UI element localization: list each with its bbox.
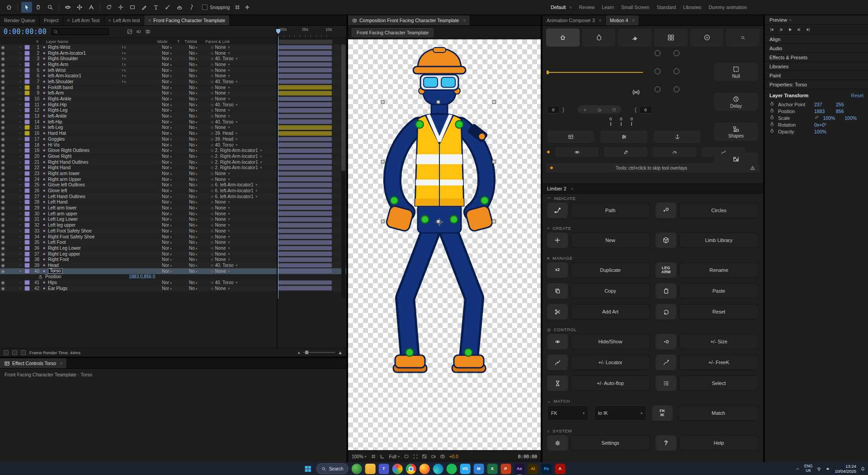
layer-twirl-icon[interactable]: ›: [18, 86, 23, 90]
anchor-dot[interactable]: [655, 50, 660, 56]
layer-parent-select[interactable]: ◎40. Torso▾: [210, 102, 268, 107]
layer-label-chip[interactable]: [24, 280, 30, 285]
property-value[interactable]: 1883.0,856.0: [129, 274, 155, 279]
layer-visibility-eye-icon[interactable]: ◉: [0, 228, 6, 233]
toggle-expand-icon[interactable]: [4, 350, 9, 355]
motion-tool-curve-icon[interactable]: [702, 147, 745, 157]
motion-dial[interactable]: 0: [620, 116, 622, 126]
layer-visibility-eye-icon[interactable]: ◉: [0, 217, 6, 222]
layer-parent-select[interactable]: ◎None▾: [210, 45, 268, 50]
layer-mode-select[interactable]: Nor▾: [162, 79, 182, 84]
workspace-standard[interactable]: Standard: [656, 5, 676, 10]
layer-mode-select[interactable]: Nor▾: [162, 182, 182, 187]
motion-tile-delay[interactable]: Delay: [714, 93, 758, 111]
joint-controller-dot[interactable]: [391, 197, 398, 204]
rename-button[interactable]: Rename: [679, 262, 759, 278]
layer-visibility-eye-icon[interactable]: ◉: [0, 252, 6, 256]
add-art-button[interactable]: Add Art: [571, 304, 650, 319]
layer-name[interactable]: Right Leg upper: [47, 252, 119, 256]
layer-twirl-icon[interactable]: ▾: [18, 269, 23, 273]
layer-label-chip[interactable]: [24, 85, 30, 90]
timeline-layer-row[interactable]: ◉›25★Glove left OutlinesNor▾No▾◎6. left-…: [0, 182, 346, 188]
plus-icon[interactable]: [547, 233, 568, 248]
layer-parent-select[interactable]: ◎None▾: [210, 96, 268, 101]
layer-parent-select[interactable]: ◎40. Torso▾: [210, 56, 268, 61]
layer-mode-select[interactable]: Nor▾: [162, 96, 182, 101]
layer-duration-bar[interactable]: [278, 91, 332, 95]
resolution-select[interactable]: Full▾: [389, 454, 400, 459]
layer-duration-bar[interactable]: [278, 131, 332, 136]
locator-icon[interactable]: [547, 355, 568, 370]
layer-label-chip[interactable]: [24, 62, 30, 67]
layer-label-chip[interactable]: [24, 211, 30, 216]
layer-mode-select[interactable]: Nor▾: [162, 194, 182, 199]
anchor-dot[interactable]: [674, 86, 679, 92]
timeline-tab[interactable]: ×Front Facing Character Teamplate: [144, 15, 230, 25]
layer-label-chip[interactable]: [24, 73, 30, 78]
match-button[interactable]: Match: [678, 405, 759, 421]
layer-name[interactable]: left-Shoulder: [47, 79, 119, 84]
layer-label-chip[interactable]: [24, 45, 30, 50]
timeline-layer-row[interactable]: ◉›31★Left Leg LowerNor▾No▾◎None▾: [0, 217, 346, 223]
timeline-layer-row[interactable]: ◉›13★left-AnkleNor▾No▾◎None▾: [0, 113, 346, 119]
layer-twirl-icon[interactable]: ›: [18, 143, 23, 147]
transform-value[interactable]: 0x+0°: [814, 122, 833, 128]
layer-parent-select[interactable]: ◎2. Right-Arm-locator1▾: [210, 154, 268, 159]
layer-twirl-icon[interactable]: ›: [18, 114, 23, 118]
illustrator-icon[interactable]: Ai: [528, 464, 538, 474]
time-ruler[interactable]: :00s05s10s: [278, 26, 332, 38]
timeline-layer-row[interactable]: ◉›15★left-LegNor▾No▾◎None▾: [0, 125, 346, 131]
layer-visibility-eye-icon[interactable]: ◉: [0, 73, 6, 78]
layer-trkmat-select[interactable]: No▾: [189, 182, 210, 187]
reset-button[interactable]: Reset: [679, 304, 759, 319]
pen-tool-button[interactable]: [139, 2, 150, 13]
close-tab-icon[interactable]: ×: [108, 18, 111, 23]
layer-label-chip[interactable]: [24, 114, 30, 119]
timeline-layer-row[interactable]: ◉›28★Left HandNor▾No▾◎None▾: [0, 200, 346, 205]
reset-icon[interactable]: [656, 304, 676, 319]
notification-bell-icon[interactable]: [860, 466, 865, 471]
layer-parent-select[interactable]: ◎40. Torso▾: [210, 280, 268, 285]
timeline-layer-row[interactable]: ◉›30★Left arm upperNor▾No▾◎None▾: [0, 211, 346, 217]
freek-icon[interactable]: [656, 355, 676, 370]
layer-name[interactable]: left-Hip: [47, 119, 119, 124]
layer-name[interactable]: Left Hand: [47, 200, 119, 204]
layer-twirl-icon[interactable]: ›: [18, 240, 23, 244]
timeline-scrollbar[interactable]: [341, 44, 345, 171]
zoom-out-mountain-icon[interactable]: ▲: [297, 351, 301, 355]
layer-label-chip[interactable]: [24, 119, 30, 124]
motion-tool-sliders-icon[interactable]: [600, 131, 647, 143]
anchor-dot[interactable]: [674, 68, 679, 74]
joint-controller-dot[interactable]: [416, 121, 424, 128]
timeline-layer-row[interactable]: ◉›17★GogglesNor▾No▾◎39. Head▾: [0, 136, 346, 142]
motion-nav-home-icon[interactable]: [546, 28, 580, 47]
layer-switches[interactable]: fx: [119, 80, 162, 84]
layer-label-chip[interactable]: [24, 68, 30, 73]
panel-header-properties[interactable]: Properties: Torso: [765, 80, 868, 89]
clone-stamp-tool-button[interactable]: [174, 2, 185, 13]
layer-label-chip[interactable]: [24, 257, 30, 262]
layer-parent-select[interactable]: ◎6. left-Arm-locator1▾: [210, 188, 268, 193]
layer-twirl-icon[interactable]: ›: [18, 160, 23, 164]
timeline-tab[interactable]: ×Left Arm Test: [63, 15, 104, 25]
layer-label-chip[interactable]: [24, 79, 30, 84]
layer-label-chip[interactable]: [24, 131, 30, 136]
layer-trkmat-select[interactable]: No▾: [189, 154, 210, 159]
layer-mode-select[interactable]: Nor▾: [162, 246, 182, 251]
layer-trkmat-select[interactable]: No▾: [189, 108, 210, 113]
motion-tab[interactable]: Animation Composer 3≡: [542, 15, 606, 25]
timeline-layer-row[interactable]: ◉›3★Right-ShoulderfxNor▾No▾◎40. Torso▾: [0, 56, 346, 62]
layer-trkmat-select[interactable]: No▾: [189, 246, 210, 251]
layer-switches[interactable]: fx: [119, 74, 162, 78]
layer-name[interactable]: Right-Ankle: [47, 96, 119, 101]
layer-duration-bar[interactable]: [278, 229, 332, 233]
layer-mode-select[interactable]: Nor▾: [162, 252, 182, 256]
excel-icon[interactable]: X: [487, 464, 497, 474]
layer-name[interactable]: Hard Hat: [47, 131, 119, 136]
layer-trkmat-select[interactable]: No▾: [189, 142, 210, 147]
transform-value[interactable]: 856: [836, 109, 855, 114]
layer-parent-select[interactable]: ◎None▾: [210, 217, 268, 222]
pan-camera-tool-button[interactable]: [74, 2, 85, 13]
layer-duration-bar[interactable]: [278, 114, 332, 119]
layer-duration-bar[interactable]: [278, 166, 332, 170]
